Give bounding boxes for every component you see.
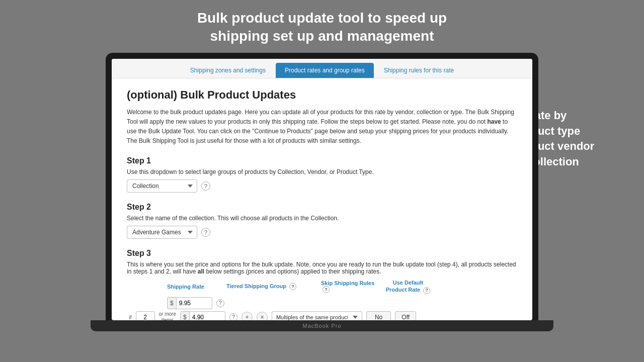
laptop-frame: Shipping zones and settings Product rate…: [106, 53, 538, 320]
step3-column-headers: Shipping Rate Tiered Shipping Group ? Sk…: [127, 279, 517, 294]
page-heading: Bulk product update tool to speed up shi…: [0, 0, 644, 53]
col-header-skip: Skip Shipping Rules ?: [321, 280, 381, 293]
step1-help-icon[interactable]: ?: [201, 182, 210, 191]
row1-price-input[interactable]: [177, 298, 204, 309]
macbook-label: MacBook Pro: [302, 323, 341, 329]
skip-col-help-icon[interactable]: ?: [323, 286, 330, 293]
laptop-wrapper: Update by product type product vendor or…: [0, 53, 644, 331]
intro-paragraph: Welcome to the bulk product updates page…: [127, 108, 517, 146]
step3-title: Step 3: [127, 249, 517, 258]
step2-controls: Adventure Games Board Games Card Games ?: [127, 226, 517, 239]
step3-row1: $ ?: [127, 297, 517, 309]
step2-title: Step 2: [127, 203, 517, 212]
step1-title: Step 1: [127, 156, 517, 165]
row1-price-help-icon[interactable]: ?: [216, 299, 224, 307]
step1-dropdown[interactable]: Collection Vendor Product Type: [127, 179, 197, 193]
or-more-label: or more items: [159, 311, 176, 320]
col-header-tiered: Tiered Shipping Group ?: [226, 283, 317, 290]
step1-section: Step 1 Use this dropdown to select large…: [127, 156, 517, 193]
tab-rules[interactable]: Shipping rules for this rate: [375, 63, 463, 78]
laptop-base: MacBook Pro: [91, 320, 553, 331]
step3-row2: if or more items $ ? + ×: [127, 311, 517, 320]
qty-input[interactable]: [136, 311, 155, 320]
laptop-screen: Shipping zones and settings Product rate…: [112, 59, 532, 320]
tiered-dropdown[interactable]: Multiples of the same product None: [272, 311, 362, 320]
default-col-help-icon[interactable]: ?: [423, 287, 430, 294]
row2-dollar-sign: $: [181, 312, 190, 320]
main-content: (optional) Bulk Product Updates Welcome …: [112, 78, 532, 320]
app-content: Shipping zones and settings Product rate…: [112, 59, 532, 320]
if-label: if: [129, 314, 132, 320]
step1-description: Use this dropdown to select large groups…: [127, 168, 517, 175]
step2-section: Step 2 Select the name of the collection…: [127, 203, 517, 239]
row1-price-field: $: [167, 297, 212, 309]
step3-section: Step 3 This is where you set the price a…: [127, 249, 517, 320]
heading-line2: shipping set up and management: [210, 28, 434, 44]
skip-rules-button[interactable]: No: [366, 311, 391, 320]
page-title: (optional) Bulk Product Updates: [127, 88, 517, 102]
row2-price-help-icon[interactable]: ?: [229, 313, 237, 320]
tiered-col-help-icon[interactable]: ?: [289, 283, 296, 290]
step1-controls: Collection Vendor Product Type ?: [127, 179, 517, 193]
step2-dropdown[interactable]: Adventure Games Board Games Card Games: [127, 226, 197, 239]
row2-price-input[interactable]: [190, 312, 217, 320]
step3-description: This is where you set the price and opti…: [127, 261, 517, 275]
heading-line1: Bulk product update tool to speed up: [197, 10, 447, 26]
default-product-rate-toggle[interactable]: Off: [395, 311, 416, 320]
step2-help-icon[interactable]: ?: [201, 228, 210, 237]
col-header-shipping-rate: Shipping Rate: [167, 284, 222, 290]
add-row-icon[interactable]: +: [242, 312, 253, 320]
tab-zones[interactable]: Shipping zones and settings: [181, 63, 275, 78]
row2-price-field: $: [180, 311, 225, 320]
remove-row-icon[interactable]: ×: [257, 312, 268, 320]
row1-dollar-sign: $: [168, 298, 177, 309]
tab-rates[interactable]: Product rates and group rates: [276, 63, 374, 78]
nav-tabs: Shipping zones and settings Product rate…: [112, 59, 532, 78]
col-header-default: Use Default Product Rate ?: [385, 279, 431, 294]
step2-description: Select the name of the collection. This …: [127, 215, 517, 222]
